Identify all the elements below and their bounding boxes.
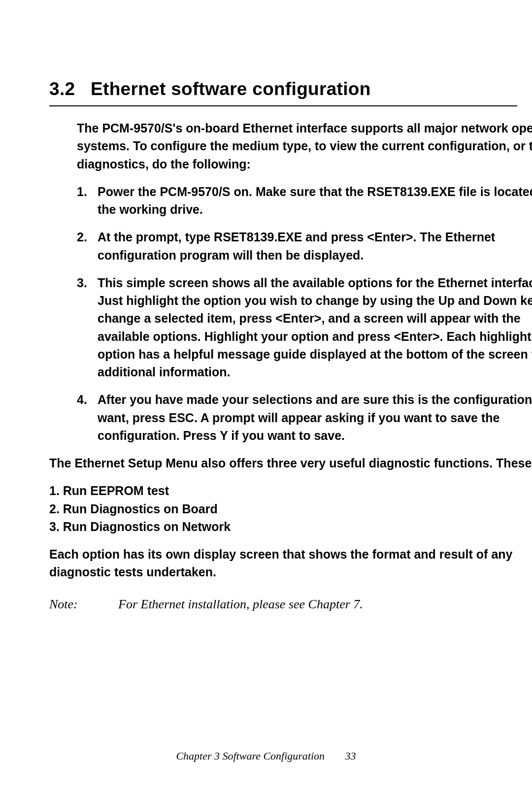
section-heading: 3.2 Ethernet software configuration [49, 79, 532, 105]
diagnostic-list: 1. Run EEPROM test 2. Run Diagnostics on… [49, 482, 532, 535]
step-2: 2. At the prompt, type RSET8139.EXE and … [77, 228, 532, 264]
diagnostic-outro: Each option has its own display screen t… [49, 545, 532, 581]
note-row: Note: For Ethernet installation, please … [49, 595, 532, 614]
body-block: The PCM-9570/S's on-board Ethernet inter… [49, 119, 532, 613]
step-text: Power the PCM-9570/S on. Make sure that … [98, 183, 532, 219]
footer-chapter: Chapter 3 Software Configuration [176, 750, 325, 762]
diag-item-2: 2. Run Diagnostics on Board [49, 500, 532, 518]
diag-item-1: 1. Run EEPROM test [49, 482, 532, 499]
step-text: This simple screen shows all the availab… [98, 274, 532, 381]
heading-rule [49, 105, 517, 106]
diagnostic-intro: The Ethernet Setup Menu also offers thre… [49, 454, 532, 472]
step-3: 3. This simple screen shows all the avai… [77, 274, 532, 381]
step-1: 1. Power the PCM-9570/S on. Make sure th… [77, 183, 532, 219]
step-4: 4. After you have made your selections a… [77, 391, 532, 444]
note-label: Note: [49, 595, 118, 614]
section-title: Ethernet software configuration [91, 79, 370, 99]
step-text: After you have made your selections and … [98, 391, 532, 444]
step-number: 3. [77, 274, 98, 381]
intro-paragraph: The PCM-9570/S's on-board Ethernet inter… [77, 119, 532, 173]
step-number: 1. [77, 183, 98, 219]
page: 3.2 Ethernet software configuration The … [0, 0, 532, 797]
footer-page-number: 33 [345, 750, 356, 762]
step-number: 2. [77, 228, 98, 264]
section-number: 3.2 [49, 79, 75, 99]
page-footer: Chapter 3 Software Configuration 33 [0, 750, 532, 763]
step-number: 4. [77, 391, 98, 444]
note-text: For Ethernet installation, please see Ch… [118, 595, 363, 614]
diag-item-3: 3. Run Diagnostics on Network [49, 518, 532, 535]
step-text: At the prompt, type RSET8139.EXE and pre… [98, 228, 532, 264]
